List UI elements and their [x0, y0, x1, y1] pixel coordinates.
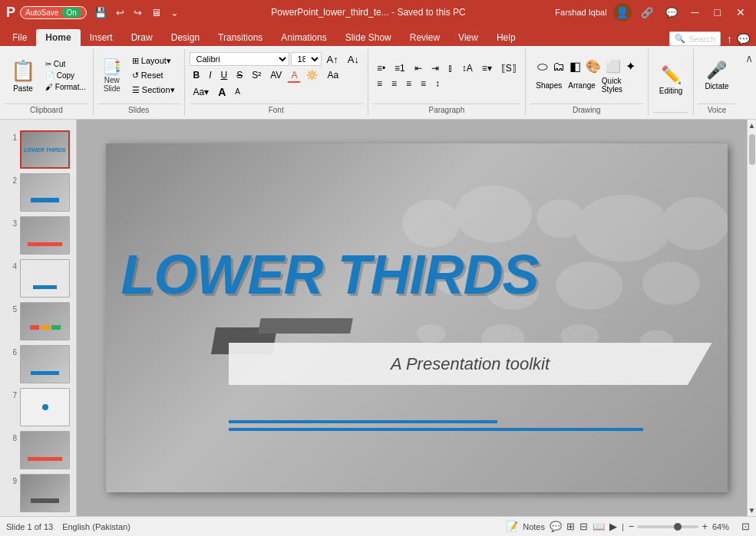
slide-subtitle-bar: A Presentation toolkit [229, 343, 712, 385]
shadow-button[interactable]: S² [248, 68, 265, 82]
window-title: PowerPoint_lower_third_te... - Saved to … [182, 7, 556, 18]
font-name-dropdown[interactable]: Calibri [190, 52, 289, 66]
slide-thumbnail-6[interactable]: 6 [6, 345, 70, 383]
justify-button[interactable]: ≡ [417, 77, 430, 90]
font-size-big-button[interactable]: A [214, 84, 229, 100]
ribbon: 📋 Paste ✂ Cut 📄 Copy 🖌 Format... Clipboa… [0, 46, 756, 120]
close-button[interactable]: ✕ [731, 5, 750, 20]
tab-animations[interactable]: Animations [272, 29, 335, 46]
oval-shape[interactable]: ⬭ [536, 58, 550, 75]
zoom-in-icon[interactable]: + [702, 521, 708, 532]
status-left: Slide 1 of 13 English (Pakistan) [6, 522, 130, 531]
ribbon-search-box[interactable]: 🔍 Search [669, 31, 721, 46]
slide-thumbnail-4[interactable]: 4 [6, 259, 70, 298]
slide-thumbnail-1[interactable]: 1 LOWER THIRDS [6, 130, 70, 169]
presentation-mode-icon[interactable]: 🖥 [148, 5, 164, 20]
undo-icon[interactable]: ↩ [113, 5, 127, 20]
tab-help[interactable]: Help [487, 29, 525, 46]
shape-effects-button[interactable]: ✦ [624, 58, 637, 75]
section-button[interactable]: ☰ Section▾ [129, 84, 178, 97]
char-spacing-button[interactable]: AV [266, 68, 286, 82]
collapse-ribbon-button[interactable]: ∧ [745, 52, 753, 64]
font-size-decrease-button[interactable]: A↓ [344, 52, 363, 67]
tab-review[interactable]: Review [401, 29, 449, 46]
scroll-down-arrow[interactable]: ▼ [747, 505, 756, 516]
tab-slideshow[interactable]: Slide Show [336, 29, 401, 46]
columns-button[interactable]: ⫿ [444, 61, 457, 75]
tab-design[interactable]: Design [162, 29, 209, 46]
arrange-button[interactable]: 🗂 [551, 58, 566, 75]
slide-sorter-icon[interactable]: ⊟ [579, 521, 588, 532]
decrease-indent-button[interactable]: ⇤ [411, 61, 426, 75]
save-icon[interactable]: 💾 [91, 5, 110, 20]
align-center-button[interactable]: ≡ [388, 77, 401, 90]
new-slide-button[interactable]: 📑 NewSlide [98, 57, 126, 95]
shape-outline-button[interactable]: ⬜ [604, 58, 622, 75]
highlight-button[interactable]: 🔆 [302, 68, 322, 82]
slide-thumbnail-8[interactable]: 8 [6, 431, 70, 469]
tab-insert[interactable]: Insert [81, 29, 122, 46]
align-left-button[interactable]: ≡ [373, 77, 386, 90]
zoom-thumb[interactable] [674, 523, 682, 531]
comment-ribbon-icon[interactable]: 💬 [737, 33, 750, 45]
zoom-level[interactable]: 64% [712, 522, 737, 531]
share-ribbon-icon[interactable]: ↑ [727, 33, 732, 45]
customize-icon[interactable]: ⌄ [167, 5, 182, 20]
zoom-out-icon[interactable]: − [629, 521, 635, 532]
comments-status-icon[interactable]: 💬 [550, 521, 562, 532]
tab-view[interactable]: View [449, 29, 487, 46]
normal-view-icon[interactable]: ⊞ [566, 521, 575, 532]
quick-styles-button[interactable]: ◧ [568, 58, 583, 75]
notes-label[interactable]: Notes [523, 522, 545, 531]
editing-button[interactable]: ✏️ Editing [653, 62, 689, 98]
fontcase-button[interactable]: Aa▾ [190, 85, 213, 99]
slide-thumbnail-2[interactable]: 2 [6, 173, 70, 212]
tab-transitions[interactable]: Transitions [209, 29, 272, 46]
slide-layout-button[interactable]: ⊞ Layout▾ [129, 54, 178, 67]
slide-thumbnail-5[interactable]: 5 [6, 302, 70, 340]
strikethrough-button[interactable]: S [233, 68, 246, 82]
font-color-button[interactable]: A [287, 68, 301, 83]
align-text-button[interactable]: ≡▾ [478, 61, 496, 75]
bold-button[interactable]: B [190, 68, 204, 82]
slide-thumbnail-7[interactable]: 7 [6, 388, 70, 426]
scroll-up-arrow[interactable]: ▲ [747, 120, 756, 131]
tab-home[interactable]: Home [36, 29, 80, 46]
cut-button[interactable]: ✂ Cut [43, 59, 88, 69]
text-direction-button[interactable]: ↕A [458, 61, 477, 75]
comments-icon[interactable]: 💬 [662, 5, 681, 20]
line-spacing-button[interactable]: ↕ [431, 77, 444, 90]
fit-slide-icon[interactable]: ⊡ [741, 521, 750, 532]
autosave-toggle[interactable]: On [61, 8, 81, 18]
copy-button[interactable]: 📄 Copy [43, 71, 88, 81]
redo-icon[interactable]: ↪ [130, 5, 145, 20]
slideshow-icon[interactable]: ▶ [609, 521, 617, 532]
numbering-button[interactable]: ≡1 [391, 61, 409, 75]
tab-file[interactable]: File [3, 29, 36, 46]
slide-thumbnail-9[interactable]: 9 [6, 474, 70, 512]
bullets-button[interactable]: ≡• [373, 61, 389, 75]
dictate-button[interactable]: 🎤 Dictate [698, 58, 735, 94]
share-icon[interactable]: 🔗 [638, 5, 656, 20]
paste-button[interactable]: 📋 Paste [5, 49, 41, 102]
reset-slide-button[interactable]: ↺ Reset [129, 69, 178, 82]
smartart-button[interactable]: ⟦S⟧ [497, 61, 520, 75]
reading-view-icon[interactable]: 📖 [593, 521, 605, 532]
minimize-button[interactable]: ─ [687, 5, 704, 20]
format-painter-button[interactable]: 🖌 Format... [43, 82, 88, 92]
increase-indent-button[interactable]: ⇥ [428, 61, 443, 75]
align-right-button[interactable]: ≡ [402, 77, 415, 90]
clear-format-button[interactable]: Aa [323, 68, 342, 82]
font-size-small-button[interactable]: A [231, 86, 244, 97]
font-size-increase-button[interactable]: A↑ [323, 52, 342, 67]
tab-draw[interactable]: Draw [122, 29, 162, 46]
underline-button[interactable]: U [217, 68, 232, 82]
shape-fill-button[interactable]: 🎨 [584, 58, 602, 75]
maximize-button[interactable]: □ [710, 5, 725, 20]
zoom-track[interactable] [637, 525, 698, 528]
font-size-dropdown[interactable]: 18 [291, 52, 322, 66]
notes-button[interactable]: 📝 [506, 521, 518, 532]
italic-button[interactable]: I [205, 68, 215, 82]
scroll-thumb-vertical[interactable] [749, 134, 755, 165]
slide-thumbnail-3[interactable]: 3 [6, 216, 70, 255]
